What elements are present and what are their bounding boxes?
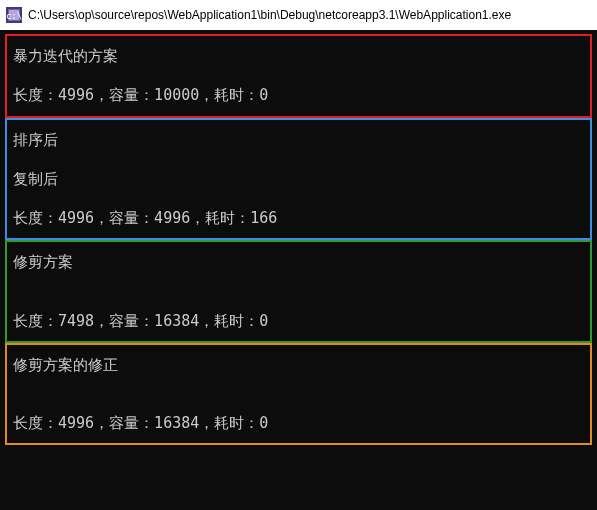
stats-line: 长度：4996，容量：4996，耗时：166 (13, 208, 584, 228)
section-trim: 修剪方案 长度：7498，容量：16384，耗时：0 (5, 240, 592, 343)
stats-line: 长度：4996，容量：16384，耗时：0 (13, 413, 584, 433)
section-sort-copy: 排序后 复制后 长度：4996，容量：4996，耗时：166 (5, 118, 592, 241)
svg-text:c:\: c:\ (6, 11, 22, 21)
copy-line: 复制后 (13, 169, 584, 189)
console-output: 暴力迭代的方案 长度：4996，容量：10000，耗时：0 排序后 复制后 长度… (0, 30, 597, 510)
stats-line: 长度：4996，容量：10000，耗时：0 (13, 85, 584, 105)
window-titlebar[interactable]: c:\ C:\Users\op\source\repos\WebApplicat… (0, 0, 597, 30)
blank-line (13, 150, 584, 169)
blank-line (13, 375, 584, 394)
blank-line (13, 189, 584, 208)
section-brute-force: 暴力迭代的方案 长度：4996，容量：10000，耗时：0 (5, 34, 592, 118)
stats-line: 长度：7498，容量：16384，耗时：0 (13, 311, 584, 331)
blank-line (13, 273, 584, 292)
blank-line (13, 394, 584, 413)
section-heading: 修剪方案 (13, 252, 584, 272)
blank-line (13, 292, 584, 311)
section-heading: 暴力迭代的方案 (13, 46, 584, 66)
window-title: C:\Users\op\source\repos\WebApplication1… (28, 8, 511, 22)
app-icon: c:\ (6, 7, 22, 23)
blank-line (13, 66, 584, 85)
sort-line: 排序后 (13, 130, 584, 150)
section-trim-fixed: 修剪方案的修正 长度：4996，容量：16384，耗时：0 (5, 343, 592, 446)
section-heading: 修剪方案的修正 (13, 355, 584, 375)
